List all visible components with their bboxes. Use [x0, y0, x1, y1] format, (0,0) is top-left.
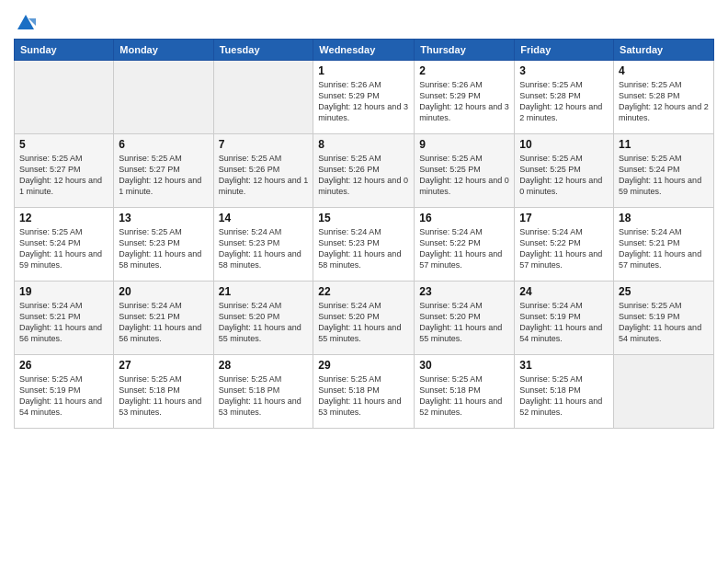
- calendar-cell: 1Sunrise: 5:26 AM Sunset: 5:29 PM Daylig…: [313, 61, 415, 134]
- weekday-header-wednesday: Wednesday: [313, 40, 415, 61]
- calendar-cell: 15Sunrise: 5:24 AM Sunset: 5:23 PM Dayli…: [313, 208, 415, 282]
- day-number: 5: [19, 138, 108, 151]
- calendar-cell: [15, 61, 114, 134]
- day-number: 12: [19, 212, 108, 224]
- page: SundayMondayTuesdayWednesdayThursdayFrid…: [0, 0, 728, 563]
- header: [14, 9, 714, 31]
- day-info: Sunrise: 5:25 AM Sunset: 5:25 PM Dayligh…: [419, 153, 509, 198]
- calendar-cell: 5Sunrise: 5:25 AM Sunset: 5:27 PM Daylig…: [15, 134, 114, 208]
- calendar-cell: 28Sunrise: 5:25 AM Sunset: 5:18 PM Dayli…: [213, 355, 313, 429]
- week-row-5: 26Sunrise: 5:25 AM Sunset: 5:19 PM Dayli…: [15, 355, 714, 429]
- calendar-cell: 3Sunrise: 5:25 AM Sunset: 5:28 PM Daylig…: [515, 61, 614, 134]
- day-info: Sunrise: 5:24 AM Sunset: 5:19 PM Dayligh…: [519, 300, 609, 345]
- calendar-cell: 2Sunrise: 5:26 AM Sunset: 5:29 PM Daylig…: [415, 61, 515, 134]
- day-number: 29: [318, 359, 409, 372]
- calendar-cell: 10Sunrise: 5:25 AM Sunset: 5:25 PM Dayli…: [515, 134, 614, 208]
- day-number: 11: [619, 138, 709, 151]
- calendar-cell: 7Sunrise: 5:25 AM Sunset: 5:26 PM Daylig…: [213, 134, 313, 208]
- day-info: Sunrise: 5:24 AM Sunset: 5:21 PM Dayligh…: [19, 300, 108, 345]
- day-number: 17: [519, 212, 609, 224]
- weekday-header-sunday: Sunday: [15, 40, 114, 61]
- day-number: 9: [419, 138, 509, 151]
- calendar-cell: 25Sunrise: 5:25 AM Sunset: 5:19 PM Dayli…: [614, 282, 714, 355]
- calendar-cell: [614, 355, 714, 429]
- week-row-2: 5Sunrise: 5:25 AM Sunset: 5:27 PM Daylig…: [15, 134, 714, 208]
- day-number: 14: [219, 212, 309, 224]
- day-info: Sunrise: 5:25 AM Sunset: 5:23 PM Dayligh…: [119, 226, 208, 271]
- day-number: 13: [119, 212, 208, 224]
- day-info: Sunrise: 5:24 AM Sunset: 5:20 PM Dayligh…: [219, 300, 309, 345]
- day-info: Sunrise: 5:24 AM Sunset: 5:22 PM Dayligh…: [519, 226, 609, 271]
- day-info: Sunrise: 5:25 AM Sunset: 5:26 PM Dayligh…: [219, 153, 309, 198]
- day-number: 25: [619, 285, 709, 298]
- day-number: 28: [219, 359, 309, 372]
- calendar-cell: 22Sunrise: 5:24 AM Sunset: 5:20 PM Dayli…: [313, 282, 415, 355]
- day-info: Sunrise: 5:24 AM Sunset: 5:21 PM Dayligh…: [619, 226, 709, 271]
- calendar-cell: 30Sunrise: 5:25 AM Sunset: 5:18 PM Dayli…: [415, 355, 515, 429]
- calendar-cell: 23Sunrise: 5:24 AM Sunset: 5:20 PM Dayli…: [415, 282, 515, 355]
- calendar-cell: 8Sunrise: 5:25 AM Sunset: 5:26 PM Daylig…: [313, 134, 415, 208]
- day-number: 8: [318, 138, 409, 151]
- day-info: Sunrise: 5:25 AM Sunset: 5:26 PM Dayligh…: [318, 153, 409, 198]
- calendar-cell: 13Sunrise: 5:25 AM Sunset: 5:23 PM Dayli…: [114, 208, 213, 282]
- calendar-cell: 27Sunrise: 5:25 AM Sunset: 5:18 PM Dayli…: [114, 355, 213, 429]
- svg-marker-0: [17, 15, 34, 29]
- day-number: 21: [219, 285, 309, 298]
- day-number: 23: [419, 285, 509, 298]
- calendar-cell: 21Sunrise: 5:24 AM Sunset: 5:20 PM Dayli…: [213, 282, 313, 355]
- day-number: 10: [519, 138, 609, 151]
- calendar-cell: 9Sunrise: 5:25 AM Sunset: 5:25 PM Daylig…: [415, 134, 515, 208]
- logo-icon: [16, 13, 36, 33]
- calendar-cell: 4Sunrise: 5:25 AM Sunset: 5:28 PM Daylig…: [614, 61, 714, 134]
- day-info: Sunrise: 5:24 AM Sunset: 5:23 PM Dayligh…: [318, 226, 409, 271]
- day-info: Sunrise: 5:26 AM Sunset: 5:29 PM Dayligh…: [318, 79, 409, 124]
- calendar-table: SundayMondayTuesdayWednesdayThursdayFrid…: [14, 39, 714, 429]
- day-info: Sunrise: 5:25 AM Sunset: 5:28 PM Dayligh…: [619, 79, 709, 124]
- day-info: Sunrise: 5:24 AM Sunset: 5:22 PM Dayligh…: [419, 226, 509, 271]
- calendar-cell: 31Sunrise: 5:25 AM Sunset: 5:18 PM Dayli…: [515, 355, 614, 429]
- weekday-header-saturday: Saturday: [614, 40, 714, 61]
- day-number: 4: [619, 64, 709, 77]
- day-number: 19: [19, 285, 108, 298]
- day-info: Sunrise: 5:24 AM Sunset: 5:20 PM Dayligh…: [419, 300, 509, 345]
- weekday-header-tuesday: Tuesday: [213, 40, 313, 61]
- week-row-4: 19Sunrise: 5:24 AM Sunset: 5:21 PM Dayli…: [15, 282, 714, 355]
- day-info: Sunrise: 5:25 AM Sunset: 5:28 PM Dayligh…: [519, 79, 609, 124]
- day-info: Sunrise: 5:25 AM Sunset: 5:18 PM Dayligh…: [119, 373, 208, 419]
- day-info: Sunrise: 5:25 AM Sunset: 5:18 PM Dayligh…: [419, 373, 509, 419]
- day-number: 30: [419, 359, 509, 372]
- day-info: Sunrise: 5:25 AM Sunset: 5:19 PM Dayligh…: [619, 300, 709, 345]
- calendar-cell: 29Sunrise: 5:25 AM Sunset: 5:18 PM Dayli…: [313, 355, 415, 429]
- day-number: 26: [19, 359, 108, 372]
- calendar-cell: 6Sunrise: 5:25 AM Sunset: 5:27 PM Daylig…: [114, 134, 213, 208]
- day-info: Sunrise: 5:25 AM Sunset: 5:18 PM Dayligh…: [318, 373, 409, 419]
- day-info: Sunrise: 5:24 AM Sunset: 5:23 PM Dayligh…: [219, 226, 309, 271]
- calendar-cell: 12Sunrise: 5:25 AM Sunset: 5:24 PM Dayli…: [15, 208, 114, 282]
- calendar-cell: 20Sunrise: 5:24 AM Sunset: 5:21 PM Dayli…: [114, 282, 213, 355]
- calendar-cell: [114, 61, 213, 134]
- day-info: Sunrise: 5:25 AM Sunset: 5:25 PM Dayligh…: [519, 153, 609, 198]
- calendar-cell: 14Sunrise: 5:24 AM Sunset: 5:23 PM Dayli…: [213, 208, 313, 282]
- day-info: Sunrise: 5:25 AM Sunset: 5:24 PM Dayligh…: [19, 226, 108, 271]
- weekday-header-thursday: Thursday: [415, 40, 515, 61]
- weekday-header-friday: Friday: [515, 40, 614, 61]
- calendar-cell: 18Sunrise: 5:24 AM Sunset: 5:21 PM Dayli…: [614, 208, 714, 282]
- day-number: 20: [119, 285, 208, 298]
- weekday-header-row: SundayMondayTuesdayWednesdayThursdayFrid…: [15, 40, 714, 61]
- calendar-cell: 17Sunrise: 5:24 AM Sunset: 5:22 PM Dayli…: [515, 208, 614, 282]
- day-info: Sunrise: 5:25 AM Sunset: 5:27 PM Dayligh…: [119, 153, 208, 198]
- day-info: Sunrise: 5:25 AM Sunset: 5:27 PM Dayligh…: [19, 153, 108, 198]
- day-info: Sunrise: 5:25 AM Sunset: 5:18 PM Dayligh…: [519, 373, 609, 419]
- day-number: 27: [119, 359, 208, 372]
- day-number: 31: [519, 359, 609, 372]
- weekday-header-monday: Monday: [114, 40, 213, 61]
- day-info: Sunrise: 5:25 AM Sunset: 5:24 PM Dayligh…: [619, 153, 709, 198]
- calendar-cell: 16Sunrise: 5:24 AM Sunset: 5:22 PM Dayli…: [415, 208, 515, 282]
- day-number: 2: [419, 64, 509, 77]
- day-info: Sunrise: 5:25 AM Sunset: 5:18 PM Dayligh…: [219, 373, 309, 419]
- day-number: 24: [519, 285, 609, 298]
- day-number: 18: [619, 212, 709, 224]
- calendar-cell: 26Sunrise: 5:25 AM Sunset: 5:19 PM Dayli…: [15, 355, 114, 429]
- day-number: 3: [519, 64, 609, 77]
- day-number: 6: [119, 138, 208, 151]
